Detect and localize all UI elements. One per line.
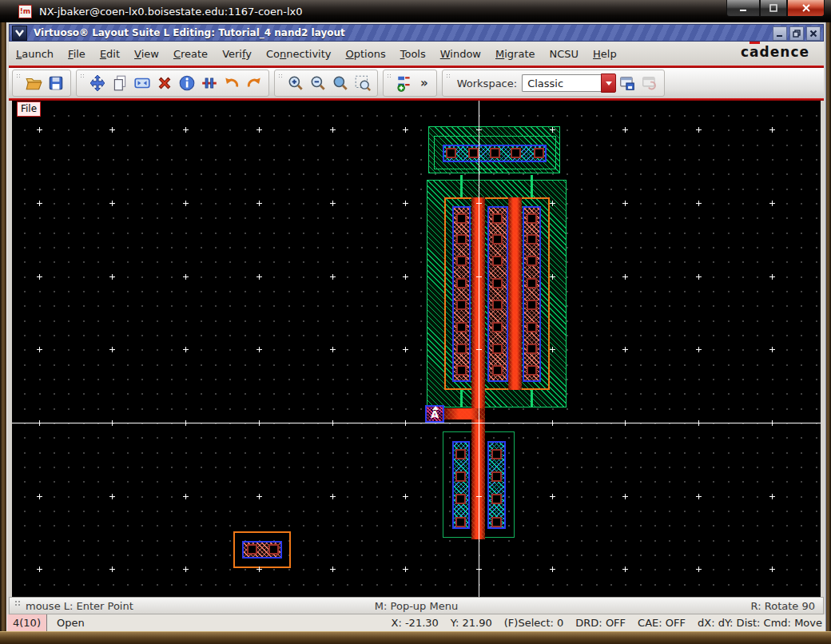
- properties-button[interactable]: [176, 72, 198, 94]
- contact[interactable]: [492, 213, 503, 224]
- move-button[interactable]: [86, 72, 109, 94]
- pdiff-column[interactable]: [452, 206, 471, 382]
- contact[interactable]: [490, 148, 500, 158]
- zoom-out-button[interactable]: [307, 72, 329, 94]
- contact[interactable]: [456, 322, 467, 332]
- contact[interactable]: [455, 471, 466, 482]
- contact[interactable]: [527, 213, 537, 224]
- contact[interactable]: [456, 213, 467, 224]
- zoom-in-button[interactable]: [284, 72, 307, 94]
- contact[interactable]: [527, 322, 537, 332]
- contact[interactable]: [491, 517, 502, 527]
- contact[interactable]: [527, 256, 537, 266]
- workspace-select[interactable]: Classic: [522, 74, 601, 92]
- contact[interactable]: [527, 278, 537, 288]
- menu-item-create[interactable]: Create: [166, 45, 215, 63]
- contact[interactable]: [491, 449, 502, 459]
- contact[interactable]: [527, 300, 537, 310]
- menu-item-options[interactable]: Options: [339, 45, 393, 63]
- contact[interactable]: [527, 234, 537, 244]
- virtuoso-titlebar[interactable]: Virtuoso® Layout Suite L Editing: Tutori…: [9, 24, 824, 42]
- contact[interactable]: [491, 494, 502, 504]
- contact[interactable]: [455, 449, 466, 459]
- outer-window-titlebar[interactable]: !m NX-jbaker@coen-lx0.boisestate.edu:116…: [0, 0, 831, 22]
- workspace-dropdown-button[interactable]: [601, 74, 616, 93]
- contact[interactable]: [492, 278, 503, 288]
- poly-gate-a[interactable]: [471, 197, 485, 539]
- poly-route-a[interactable]: [444, 408, 485, 419]
- toolbar-grip[interactable]: [16, 74, 21, 78]
- toolbar-overflow-button[interactable]: »: [416, 76, 433, 90]
- close-button[interactable]: [787, 0, 825, 17]
- menu-item-window[interactable]: Window: [433, 45, 488, 63]
- zoom-fit-button[interactable]: [329, 72, 352, 94]
- zoom-to-selected-icon: [354, 74, 372, 92]
- menu-item-connectivity[interactable]: Connectivity: [259, 45, 338, 63]
- inner-close-button[interactable]: [806, 26, 821, 41]
- copy-button[interactable]: [109, 72, 131, 94]
- menu-item-verify[interactable]: Verify: [215, 45, 259, 63]
- inner-minimize-button[interactable]: [773, 26, 787, 41]
- minimize-button[interactable]: [726, 0, 760, 17]
- window-menu-button[interactable]: [12, 26, 27, 41]
- contact[interactable]: [527, 365, 537, 376]
- open-button[interactable]: [22, 72, 45, 94]
- stretch-button[interactable]: [131, 72, 153, 94]
- redo-button[interactable]: [243, 72, 265, 94]
- contact[interactable]: [511, 148, 521, 158]
- menu-item-tools[interactable]: Tools: [393, 45, 433, 63]
- contact[interactable]: [456, 300, 467, 310]
- contact[interactable]: [455, 517, 466, 527]
- workspace-revert-button[interactable]: [638, 72, 661, 94]
- inner-restore-button[interactable]: [789, 26, 804, 41]
- toolbar-grip[interactable]: [446, 74, 451, 78]
- workspace-save-button[interactable]: [616, 72, 638, 94]
- well-tie[interactable]: [531, 175, 533, 197]
- contact[interactable]: [456, 256, 467, 266]
- contact[interactable]: [491, 471, 502, 482]
- contact[interactable]: [456, 365, 467, 376]
- delete-button[interactable]: [153, 72, 176, 94]
- save-button[interactable]: [45, 72, 67, 94]
- maximize-button[interactable]: [760, 0, 787, 17]
- contact[interactable]: [492, 256, 503, 266]
- well-tie[interactable]: [460, 390, 463, 407]
- contact[interactable]: [492, 322, 503, 332]
- contact[interactable]: [456, 344, 467, 354]
- menu-item-edit[interactable]: Edit: [93, 45, 127, 63]
- menu-item-view[interactable]: View: [127, 45, 166, 63]
- contact[interactable]: [492, 234, 503, 244]
- contact[interactable]: [268, 544, 279, 555]
- pdiff-column[interactable]: [523, 206, 541, 382]
- well-tie[interactable]: [460, 175, 463, 197]
- connectivity-add-button[interactable]: [393, 72, 416, 94]
- menu-item-ncsu[interactable]: NCSU: [543, 45, 586, 63]
- contact[interactable]: [247, 544, 257, 555]
- contact[interactable]: [527, 344, 537, 354]
- contact[interactable]: [456, 278, 467, 288]
- menu-item-help[interactable]: Help: [586, 45, 624, 63]
- menu-item-migrate[interactable]: Migrate: [488, 45, 543, 63]
- menu-item-launch[interactable]: Launch: [9, 45, 61, 63]
- menu-item-file[interactable]: File: [61, 45, 93, 63]
- toolbar-grip[interactable]: [278, 74, 283, 78]
- poly-gate-b[interactable]: [508, 197, 522, 390]
- well-tie[interactable]: [531, 390, 533, 407]
- undo-button[interactable]: [221, 72, 243, 94]
- contact[interactable]: [492, 365, 503, 376]
- contact[interactable]: [492, 344, 503, 354]
- contact[interactable]: [468, 148, 479, 158]
- pdiff-column[interactable]: [487, 206, 508, 382]
- mouse-right-hint: R: Rotate 90: [751, 600, 815, 612]
- contact[interactable]: [456, 234, 467, 244]
- pin-a[interactable]: A: [425, 405, 444, 423]
- toolbar-grip[interactable]: [387, 74, 392, 78]
- contact[interactable]: [455, 494, 466, 504]
- toolbar-grip[interactable]: [80, 74, 85, 78]
- pin-button[interactable]: [198, 72, 221, 94]
- layout-canvas[interactable]: A File: [12, 101, 821, 597]
- zoom-to-selected-button[interactable]: [352, 72, 374, 94]
- contact[interactable]: [492, 300, 503, 310]
- contact[interactable]: [446, 148, 456, 158]
- contact[interactable]: [534, 148, 544, 158]
